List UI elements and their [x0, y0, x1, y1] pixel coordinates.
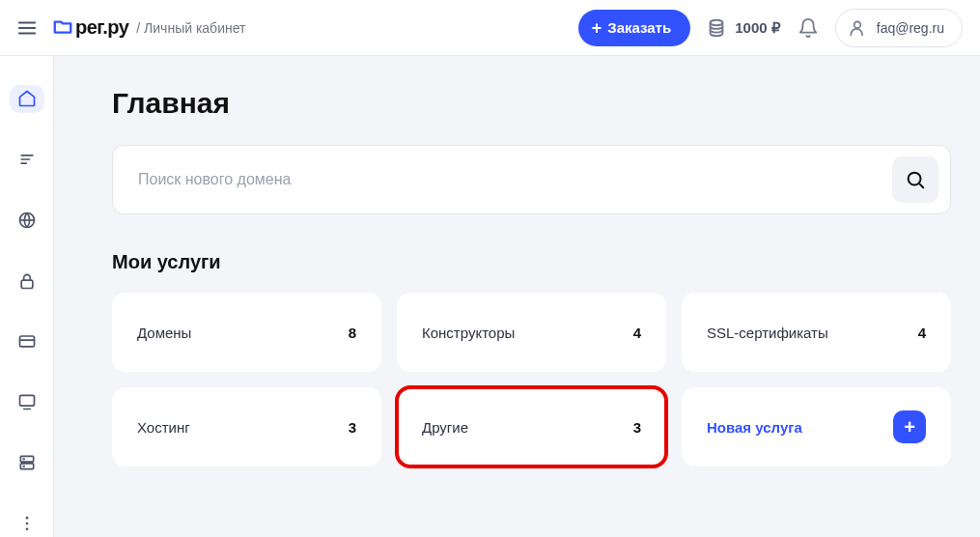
- svg-rect-15: [20, 456, 33, 462]
- sidebar-item-security[interactable]: [10, 267, 44, 295]
- svg-rect-13: [19, 395, 34, 406]
- plus-icon: +: [893, 410, 926, 443]
- hamburger-menu-button[interactable]: [10, 11, 44, 45]
- domain-search-box: [112, 145, 951, 214]
- order-button-label: Заказать: [607, 19, 671, 36]
- dots-vertical-icon: [17, 514, 37, 533]
- sidebar-item-globe[interactable]: [10, 207, 44, 235]
- services-grid: Домены 8 Конструкторы 4 SSL-сертификаты …: [112, 293, 951, 466]
- balance-amount: 1000 ₽: [735, 19, 781, 37]
- layout: Главная Мои услуги Домены 8 Конструкторы…: [0, 56, 980, 537]
- service-card-count: 4: [633, 325, 641, 341]
- service-card-hosting[interactable]: Хостинг 3: [112, 387, 381, 466]
- balance[interactable]: 1000 ₽: [706, 17, 781, 39]
- svg-rect-16: [20, 464, 33, 469]
- sidebar: [0, 56, 54, 537]
- user-icon: [848, 18, 867, 38]
- plus-icon: +: [592, 19, 602, 37]
- svg-point-17: [23, 459, 24, 460]
- header: рег.ру / Личный кабинет + Заказать 1000 …: [0, 0, 980, 56]
- order-button[interactable]: + Заказать: [578, 10, 690, 46]
- sidebar-item-storage[interactable]: [10, 449, 44, 477]
- svg-point-21: [25, 527, 28, 530]
- svg-line-23: [919, 184, 923, 187]
- hamburger-icon: [16, 17, 38, 39]
- sidebar-item-servers[interactable]: [10, 388, 44, 416]
- bell-icon: [798, 17, 819, 39]
- service-card-count: 3: [633, 419, 641, 436]
- service-card-new[interactable]: Новая услуга +: [682, 387, 951, 466]
- new-service-label: Новая услуга: [707, 419, 802, 436]
- user-menu[interactable]: faq@reg.ru: [835, 9, 963, 47]
- sidebar-item-billing[interactable]: [10, 327, 44, 355]
- sidebar-item-more[interactable]: [10, 509, 44, 537]
- service-card-domains[interactable]: Домены 8: [112, 293, 381, 372]
- lock-icon: [17, 271, 37, 291]
- main-content: Главная Мои услуги Домены 8 Конструкторы…: [54, 56, 980, 537]
- domain-search-input[interactable]: [138, 171, 892, 188]
- sidebar-item-home[interactable]: [10, 85, 44, 113]
- card-icon: [17, 331, 37, 351]
- service-card-count: 4: [918, 325, 926, 341]
- service-card-ssl[interactable]: SSL-сертификаты 4: [682, 293, 951, 372]
- service-card-constructors[interactable]: Конструкторы 4: [397, 293, 666, 372]
- globe-icon: [17, 211, 37, 230]
- breadcrumb: / Личный кабинет: [136, 20, 245, 36]
- search-button[interactable]: [892, 156, 938, 203]
- svg-rect-10: [21, 280, 33, 288]
- logo[interactable]: рег.ру: [52, 16, 128, 39]
- svg-point-19: [25, 516, 28, 519]
- folder-icon: [52, 17, 73, 39]
- svg-point-20: [25, 522, 28, 524]
- service-card-count: 8: [349, 325, 356, 341]
- svg-point-18: [23, 466, 24, 466]
- page-title: Главная: [112, 87, 951, 120]
- svg-rect-11: [19, 336, 34, 347]
- svg-point-3: [711, 19, 723, 25]
- service-card-label: SSL-сертификаты: [707, 325, 828, 341]
- service-card-label: Хостинг: [137, 419, 190, 436]
- service-card-label: Другие: [422, 419, 468, 436]
- user-email: faq@reg.ru: [877, 20, 944, 36]
- notifications-button[interactable]: [791, 11, 826, 45]
- service-card-label: Конструкторы: [422, 325, 515, 341]
- search-icon: [905, 169, 926, 190]
- monitor-icon: [17, 392, 37, 411]
- list-icon: [17, 150, 37, 169]
- sidebar-item-list[interactable]: [10, 146, 44, 174]
- svg-point-4: [854, 21, 860, 28]
- server-icon: [17, 453, 37, 472]
- service-card-label: Домены: [137, 325, 191, 341]
- logo-text: рег.ру: [75, 16, 128, 39]
- services-section-title: Мои услуги: [112, 251, 951, 273]
- service-card-other[interactable]: Другие 3: [397, 387, 666, 466]
- coins-icon: [706, 17, 727, 39]
- home-icon: [17, 89, 37, 108]
- service-card-count: 3: [349, 419, 356, 436]
